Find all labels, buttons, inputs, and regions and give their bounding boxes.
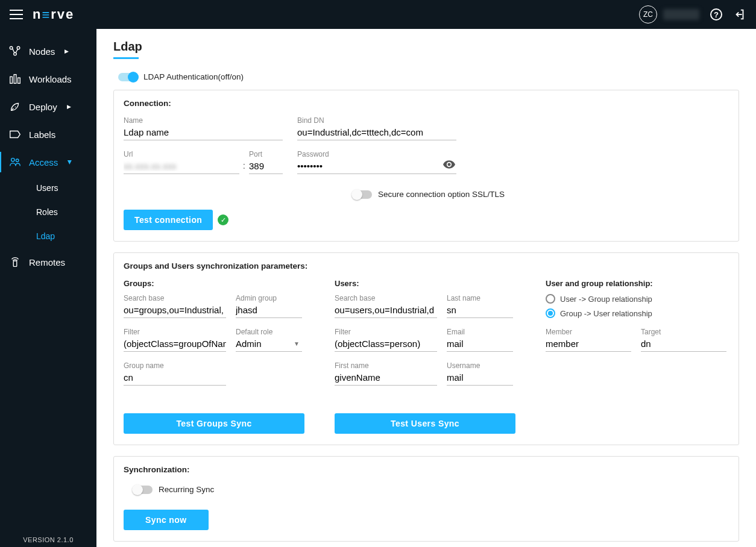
topbar: n≡rve ZC ? [0,0,756,29]
svg-rect-4 [14,75,16,84]
test-connection-button[interactable]: Test connection [124,210,213,230]
subnav-roles[interactable]: Roles [36,200,96,224]
users-filter-input[interactable] [335,337,437,352]
users-searchbase-label: Search base [335,294,437,302]
users-searchbase-input[interactable] [335,303,437,318]
sync-now-button[interactable]: Sync now [124,510,209,530]
nav-label: Deploy [29,102,57,112]
email-label: Email [447,328,513,336]
svg-rect-3 [10,77,13,83]
svg-point-1 [17,46,20,49]
target-input[interactable] [641,337,726,352]
check-icon: ✓ [218,214,228,225]
radio-icon [546,308,555,318]
group-name-label: Group name [124,361,226,370]
username-display [663,9,699,20]
ldap-auth-label: LDAP Authentication(off/on) [143,72,244,81]
synchronization-panel: Synchronization: Recurring Sync Sync now [113,456,739,542]
sidebar-item-nodes[interactable]: Nodes ▶ [0,37,96,65]
port-input[interactable] [249,159,283,174]
page-title: Ldap [113,40,739,54]
password-input[interactable] [297,159,456,174]
synchronization-title: Synchronization: [124,465,729,474]
test-groups-sync-button[interactable]: Test Groups Sync [124,413,304,434]
sidebar-item-labels[interactable]: Labels [0,120,96,148]
subnav-users[interactable]: Users [36,176,96,200]
svg-point-7 [16,159,19,162]
main-content: Ldap LDAP Authentication(off/on) Connect… [96,29,756,547]
users-heading: Users: [335,279,515,288]
hamburger-icon[interactable] [10,10,23,19]
sidebar-item-workloads[interactable]: Workloads [0,65,96,93]
radio-icon [546,294,555,304]
groups-filter-input[interactable] [124,337,226,352]
admin-group-label: Admin group [236,294,302,302]
help-icon[interactable]: ? [710,8,722,20]
nodes-icon [8,45,22,58]
svg-rect-8 [13,261,17,266]
radio-label: Group -> User relationship [560,309,652,318]
binddn-label: Bind DN [297,116,456,125]
name-input[interactable] [124,125,283,140]
svg-point-2 [14,52,17,55]
member-input[interactable] [546,337,631,352]
sidebar-item-remotes[interactable]: Remotes [0,248,96,276]
chevron-right-icon: ▶ [67,104,71,110]
test-users-sync-button[interactable]: Test Users Sync [335,413,515,434]
deploy-icon [8,100,22,113]
svg-rect-5 [18,78,20,83]
nav-label: Nodes [29,46,55,57]
version-label: VERSION 2.1.0 [0,536,96,543]
groups-filter-label: Filter [124,328,226,336]
url-input[interactable] [124,159,239,174]
logout-icon[interactable] [733,8,746,21]
default-role-label: Default role [236,328,302,336]
access-icon [8,155,22,169]
member-label: Member [546,328,631,336]
radio-group-user[interactable]: Group -> User relationship [546,308,726,318]
username-label: Username [447,361,513,370]
lastname-input[interactable] [447,303,513,318]
avatar[interactable]: ZC [639,5,657,23]
binddn-input[interactable] [297,125,456,140]
groups-searchbase-input[interactable] [124,303,226,318]
sidebar: Nodes ▶ Workloads Deploy ▶ Labels Access… [0,29,96,547]
ldap-auth-toggle[interactable] [118,73,137,81]
username-input[interactable] [447,370,513,386]
users-filter-label: Filter [335,328,437,336]
subnav-ldap[interactable]: Ldap [36,224,96,248]
radio-label: User -> Group relationship [560,295,652,304]
lastname-label: Last name [447,294,513,302]
groups-heading: Groups: [124,279,304,288]
nav-label: Access [29,157,58,167]
password-label: Password [297,150,456,158]
secure-label: Secure connection option SSL/TLS [378,190,505,199]
sidebar-item-access[interactable]: Access ▶ [0,148,96,176]
nav-label: Remotes [29,257,65,267]
relationship-heading: User and group relationship: [546,279,726,288]
connection-title: Connection: [124,99,729,108]
recurring-sync-toggle[interactable] [133,486,153,494]
admin-group-input[interactable] [236,303,302,318]
remotes-icon [8,255,22,269]
sidebar-item-deploy[interactable]: Deploy ▶ [0,93,96,120]
secure-connection-toggle[interactable] [353,190,372,199]
logo: n≡rve [33,7,74,22]
nav-label: Workloads [29,74,72,84]
email-input[interactable] [447,337,513,352]
workloads-icon [8,72,22,86]
name-label: Name [124,116,283,125]
nav-label: Labels [29,130,55,140]
firstname-label: First name [335,361,437,370]
radio-user-group[interactable]: User -> Group relationship [546,294,726,304]
firstname-input[interactable] [335,370,437,386]
url-label: Url [124,150,239,158]
port-label: Port [249,150,283,158]
default-role-select[interactable] [236,337,302,352]
groups-searchbase-label: Search base [124,294,226,302]
group-name-input[interactable] [124,370,226,386]
eye-icon[interactable] [443,160,455,169]
target-label: Target [641,328,726,336]
labels-icon [8,128,22,141]
svg-point-6 [11,158,14,162]
